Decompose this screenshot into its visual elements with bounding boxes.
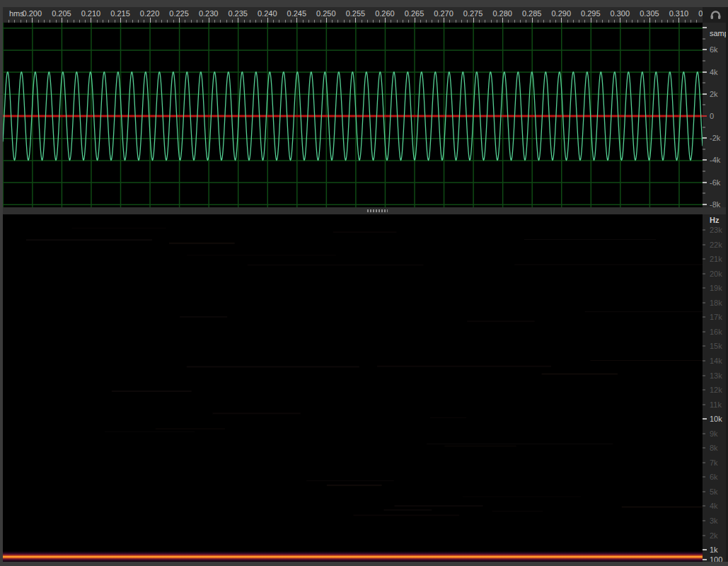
frequency-tick-label: 12k	[710, 386, 722, 394]
amplitude-tick-label: 6k	[710, 45, 718, 54]
timeline-tick-label: 0.260	[375, 9, 395, 18]
timeline-tick-label: 0.210	[81, 9, 101, 18]
amplitude-tick-mark	[703, 182, 707, 183]
frequency-tick-mark	[703, 360, 705, 362]
frequency-tick-label: 19k	[710, 284, 722, 292]
window-bottom-border	[0, 562, 728, 566]
frequency-tick-label: 23k	[710, 226, 722, 234]
frequency-tick-label: 20k	[710, 270, 722, 278]
amplitude-tick-mark	[703, 82, 705, 83]
timeline-tick-label: 0.265	[405, 9, 424, 18]
timeline-tick-label: 0.285	[522, 9, 542, 18]
headphones-icon	[710, 9, 722, 21]
timeline-tick-label: 0.235	[228, 9, 248, 18]
timeline-tick-mark	[150, 18, 151, 23]
frequency-tick-label: 21k	[710, 255, 722, 263]
panel-splitter[interactable]	[3, 207, 728, 214]
amplitude-tick-mark	[703, 104, 705, 105]
amplitude-tick-mark	[703, 115, 707, 117]
frequency-tick-mark	[703, 244, 705, 246]
frequency-tick-mark	[703, 559, 707, 560]
timeline-tick-mark	[355, 18, 356, 23]
amplitude-tick-label: -8k	[710, 200, 720, 207]
amplitude-tick-mark	[703, 159, 707, 161]
amplitude-tick-label: 2k	[710, 90, 718, 98]
timeline-tick-mark	[296, 18, 297, 23]
timeline-tick-mark	[620, 18, 620, 23]
timeline-tick-label: 0.200	[23, 9, 42, 18]
timeline-tick-label: 0.225	[169, 9, 189, 18]
amplitude-tick-mark	[703, 60, 705, 62]
timeline-tick-mark	[502, 18, 503, 23]
frequency-tick-label: 11k	[710, 400, 722, 409]
frequency-tick-label: 10k	[710, 415, 722, 423]
frequency-tick-label: 13k	[710, 371, 722, 380]
frequency-tick-label: 16k	[710, 328, 722, 336]
timeline-tick-label: 0.220	[140, 9, 160, 18]
frequency-tick-label: 1k	[710, 545, 718, 554]
frequency-tick-mark	[703, 229, 705, 231]
frequency-tick-label: 18k	[710, 299, 722, 307]
monitor-button[interactable]	[703, 7, 728, 23]
frequency-unit-label: Hz	[710, 216, 719, 224]
frequency-tick-mark	[703, 404, 705, 405]
timeline-tick-label: 0.255	[346, 9, 366, 18]
frequency-tick-label: 6k	[710, 473, 718, 481]
amplitude-tick-mark	[703, 38, 705, 40]
frequency-tick-label: 100	[710, 555, 722, 562]
amplitude-tick-label: -6k	[710, 178, 720, 187]
frequency-tick-label: 4k	[710, 502, 718, 510]
frequency-tick-label: 5k	[710, 487, 718, 496]
frequency-tick-mark	[703, 447, 705, 449]
timeline-tick-mark	[209, 18, 209, 23]
frequency-tick-mark	[703, 316, 705, 318]
frequency-tick-mark	[703, 287, 705, 289]
timeline-tick-label: 0.305	[640, 9, 659, 18]
frequency-tick-label: 22k	[710, 241, 722, 249]
timeline-tick-mark	[473, 18, 474, 23]
frequency-tick-mark	[703, 462, 705, 463]
amplitude-tick-label: 4k	[710, 68, 718, 76]
timeline-tick-mark	[267, 18, 268, 23]
amplitude-tick-mark	[703, 192, 705, 194]
frequency-tick-label: 3k	[710, 516, 718, 525]
audio-editor-window: hms 0.2000.2050.2100.2150.2200.2250.2300…	[0, 0, 728, 566]
amplitude-tick-mark	[703, 27, 707, 28]
timeline-tick-label: 0.290	[551, 9, 571, 18]
timeline-tick-mark	[415, 18, 415, 23]
timeline-tick-label: 0.205	[52, 9, 71, 18]
frequency-tick-mark	[703, 302, 705, 304]
timeline-tick-mark	[532, 18, 533, 23]
amplitude-tick-label: -4k	[710, 156, 720, 164]
timeline-tick-label: 0.215	[110, 9, 130, 18]
timeline-tick-mark	[179, 18, 180, 23]
frequency-tick-mark	[703, 433, 705, 434]
timeline-tick-mark	[385, 18, 386, 23]
amplitude-tick-mark	[703, 171, 705, 172]
frequency-tick-label: 15k	[710, 342, 722, 350]
timeline-tick-mark	[120, 18, 121, 23]
timeline-tick-label: 0.300	[611, 9, 630, 18]
frequency-tick-mark	[703, 389, 705, 391]
timeline-tick-mark	[238, 18, 238, 23]
amplitude-tick-mark	[703, 149, 705, 150]
timeline-tick-mark	[591, 18, 591, 23]
timeline-tick-label: 0.275	[463, 9, 483, 18]
spectrogram-frequency-axis: Hz 23k22k21k20k19k18k17k16k15k14k13k12k1…	[703, 214, 728, 562]
frequency-tick-mark	[703, 476, 705, 478]
timeline-tick-label: 0.270	[434, 9, 453, 18]
splitter-grip-icon	[367, 209, 388, 212]
amplitude-tick-mark	[703, 71, 707, 73]
frequency-tick-label: 14k	[710, 357, 722, 365]
window-top-border	[0, 0, 728, 7]
spectrogram-canvas[interactable]	[3, 214, 703, 562]
timeline-tick-label: 0.240	[258, 9, 277, 18]
waveform-canvas[interactable]	[3, 23, 703, 207]
timeline-ruler[interactable]: hms 0.2000.2050.2100.2150.2200.2250.2300…	[3, 7, 703, 23]
frequency-tick-mark	[703, 491, 705, 492]
timeline-tick-mark	[649, 18, 650, 23]
frequency-tick-mark	[703, 273, 705, 275]
window-left-border	[0, 7, 3, 562]
timeline-tick-label: 0.230	[199, 9, 219, 18]
frequency-tick-mark	[703, 520, 705, 521]
